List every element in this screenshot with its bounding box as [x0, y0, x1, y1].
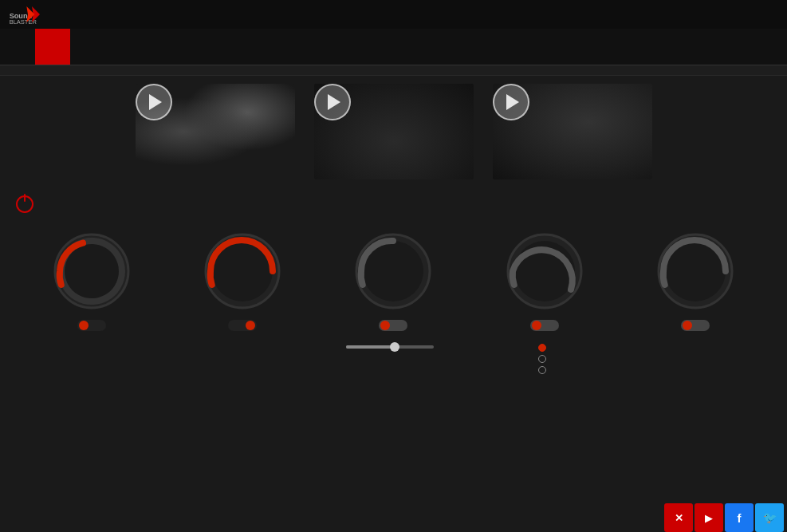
engine-header	[16, 195, 771, 213]
logo-area: Sound BLASTER	[8, 3, 40, 26]
nav-item-scout[interactable]	[105, 29, 140, 65]
engine-power-button[interactable]	[16, 195, 33, 213]
navigation	[0, 29, 787, 65]
close-button[interactable]	[757, 3, 779, 26]
bass-toggle[interactable]	[379, 320, 407, 331]
nav-item-acoustic[interactable]	[35, 29, 70, 65]
dialog-plus-knob-item	[639, 227, 751, 336]
blasterx-icon[interactable]: ✕	[664, 503, 693, 532]
bottom-bar: ✕ ▶ f 🐦	[664, 503, 787, 532]
dropdown-button[interactable]	[709, 3, 731, 26]
nav-item-equalizer[interactable]	[70, 29, 105, 65]
breadcrumb	[0, 65, 787, 76]
radio-dot-night	[538, 366, 546, 374]
main-content	[0, 76, 787, 522]
bass-extra	[346, 342, 440, 351]
game-preview-thumb[interactable]	[136, 84, 295, 179]
minimize-button[interactable]	[733, 3, 755, 26]
music-play-button[interactable]	[493, 84, 529, 120]
knobs-row	[16, 227, 771, 374]
smart-volume-options	[538, 344, 551, 374]
crystalizer-knob-item	[187, 227, 298, 336]
game-play-button[interactable]	[136, 84, 172, 120]
surround-knob[interactable]	[48, 227, 136, 315]
preview-section	[16, 84, 771, 184]
smart-volume-loud[interactable]	[538, 355, 551, 363]
smart-volume-toggle[interactable]	[530, 320, 559, 331]
nav-item-profile[interactable]	[0, 29, 35, 65]
smart-volume-standard[interactable]	[538, 344, 551, 352]
bass-crossover-slider[interactable]	[346, 345, 434, 349]
music-preview-thumb[interactable]	[493, 84, 652, 179]
title-controls	[709, 3, 779, 26]
bass-knob-item	[337, 227, 449, 351]
radio-dot-standard	[538, 344, 546, 352]
nav-item-settings[interactable]	[175, 29, 211, 65]
radio-dot-loud	[538, 355, 546, 363]
movie-play-button[interactable]	[314, 84, 351, 120]
bass-slider-row	[346, 345, 440, 349]
twitter-icon[interactable]: 🐦	[755, 503, 784, 532]
surround-knob-item	[36, 227, 148, 336]
smart-volume-knob-item	[489, 227, 600, 374]
preview-movie	[314, 84, 474, 184]
smart-volume-night[interactable]	[538, 366, 551, 374]
app-logo: Sound BLASTER	[8, 3, 40, 26]
bass-knob[interactable]	[349, 227, 437, 315]
surround-toggle[interactable]	[77, 320, 106, 331]
preview-music	[493, 84, 652, 184]
preview-game	[136, 84, 295, 184]
crystalizer-toggle[interactable]	[228, 320, 257, 331]
youtube-icon[interactable]: ▶	[695, 503, 723, 532]
crystalizer-knob[interactable]	[199, 227, 286, 315]
dialog-plus-knob[interactable]	[651, 227, 739, 315]
movie-preview-thumb[interactable]	[314, 84, 474, 179]
smart-volume-knob[interactable]	[501, 227, 588, 315]
title-bar: Sound BLASTER	[0, 0, 787, 29]
facebook-icon[interactable]: f	[725, 503, 754, 532]
dialog-plus-toggle[interactable]	[681, 320, 710, 331]
nav-item-voicefx[interactable]	[140, 29, 175, 65]
